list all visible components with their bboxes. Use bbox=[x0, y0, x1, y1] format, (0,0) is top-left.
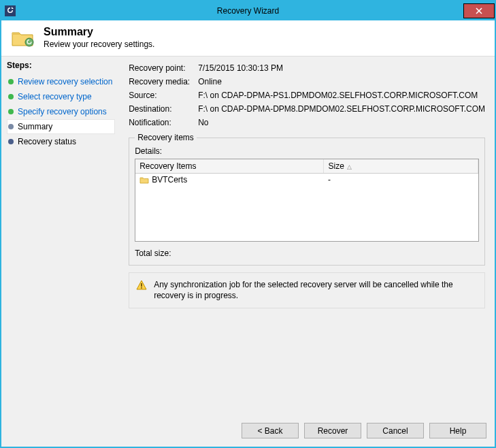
svg-rect-7 bbox=[141, 287, 142, 289]
notification-label: Notification: bbox=[129, 118, 194, 127]
warning-panel: Any synchronization job for the selected… bbox=[129, 272, 485, 308]
wizard-body: Steps: Review recovery selection Select … bbox=[1, 56, 495, 416]
page-title: Summary bbox=[44, 26, 154, 38]
app-icon bbox=[4, 5, 16, 17]
step-label: Recovery status bbox=[18, 137, 76, 146]
step-select-recovery-type[interactable]: Select recovery type bbox=[7, 89, 115, 104]
step-bullet-done-icon bbox=[8, 109, 14, 114]
step-label: Select recovery type bbox=[18, 92, 92, 101]
recovery-point-label: Recovery point: bbox=[129, 63, 194, 73]
total-size: Total size: bbox=[135, 249, 479, 258]
step-summary[interactable]: Summary bbox=[7, 119, 115, 134]
step-bullet-done-icon bbox=[8, 79, 14, 84]
item-size: - bbox=[324, 174, 478, 187]
recover-button[interactable]: Recover bbox=[304, 423, 361, 438]
recovery-media-label: Recovery media: bbox=[129, 77, 194, 86]
column-header-size-label: Size bbox=[328, 161, 344, 171]
wizard-header: Summary Review your recovery settings. bbox=[1, 20, 495, 56]
page-subtitle: Review your recovery settings. bbox=[44, 39, 154, 49]
step-review-recovery-selection[interactable]: Review recovery selection bbox=[7, 74, 115, 89]
step-recovery-status[interactable]: Recovery status bbox=[7, 134, 115, 149]
recovery-wizard-window: Recovery Wizard Summary Review your reco… bbox=[0, 0, 496, 448]
step-bullet-current-icon bbox=[8, 124, 14, 129]
column-header-name-label: Recovery Items bbox=[139, 161, 196, 171]
recovery-items-legend: Recovery items bbox=[135, 133, 197, 142]
destination-label: Destination: bbox=[129, 104, 194, 114]
summary-content: Recovery point: 7/15/2015 10:30:13 PM Re… bbox=[119, 57, 495, 416]
svg-rect-6 bbox=[141, 283, 142, 287]
close-icon bbox=[476, 7, 482, 14]
steps-sidebar: Steps: Review recovery selection Select … bbox=[1, 57, 119, 416]
table-row[interactable]: BVTCerts - bbox=[135, 174, 478, 187]
folder-icon bbox=[139, 176, 149, 184]
step-bullet-pending-icon bbox=[8, 139, 14, 144]
close-button[interactable] bbox=[463, 3, 495, 18]
details-label: Details: bbox=[135, 146, 479, 156]
step-label: Specify recovery options bbox=[18, 107, 107, 116]
recovery-folder-icon bbox=[11, 29, 35, 48]
svg-point-4 bbox=[25, 38, 33, 46]
item-name: BVTCerts bbox=[152, 175, 187, 185]
wizard-buttons: < Back Recover Cancel Help bbox=[1, 416, 495, 447]
total-size-label: Total size: bbox=[135, 249, 171, 258]
recovery-media-value: Online bbox=[198, 77, 485, 86]
recovery-items-group: Recovery items Details: Recovery Items S… bbox=[129, 133, 485, 266]
titlebar: Recovery Wizard bbox=[1, 1, 495, 20]
step-label: Review recovery selection bbox=[18, 77, 112, 86]
recovery-items-table[interactable]: Recovery Items Size△ bbox=[135, 159, 479, 242]
recovery-point-value: 7/15/2015 10:30:13 PM bbox=[198, 63, 485, 73]
cancel-button[interactable]: Cancel bbox=[367, 423, 424, 438]
source-value: F:\ on CDAP-DPMA-PS1.DPMDOM02.SELFHOST.C… bbox=[198, 91, 485, 100]
source-label: Source: bbox=[129, 91, 194, 100]
column-header-size[interactable]: Size△ bbox=[324, 159, 478, 174]
warning-icon bbox=[136, 280, 147, 294]
svg-rect-0 bbox=[5, 5, 16, 16]
help-button[interactable]: Help bbox=[429, 423, 486, 438]
back-button[interactable]: < Back bbox=[242, 423, 299, 438]
step-specify-recovery-options[interactable]: Specify recovery options bbox=[7, 104, 115, 119]
destination-value: F:\ on CDAP-DPMA-DPM8.DPMDOM02.SELFHOST.… bbox=[198, 104, 485, 114]
window-title: Recovery Wizard bbox=[1, 6, 495, 16]
column-header-name[interactable]: Recovery Items bbox=[135, 159, 324, 174]
sort-asc-icon: △ bbox=[347, 163, 352, 170]
warning-text: Any synchronization job for the selected… bbox=[154, 280, 478, 301]
step-bullet-done-icon bbox=[8, 94, 14, 99]
step-label: Summary bbox=[18, 122, 52, 131]
summary-fields: Recovery point: 7/15/2015 10:30:13 PM Re… bbox=[129, 63, 485, 127]
notification-value: No bbox=[198, 118, 485, 127]
steps-heading: Steps: bbox=[7, 61, 115, 70]
